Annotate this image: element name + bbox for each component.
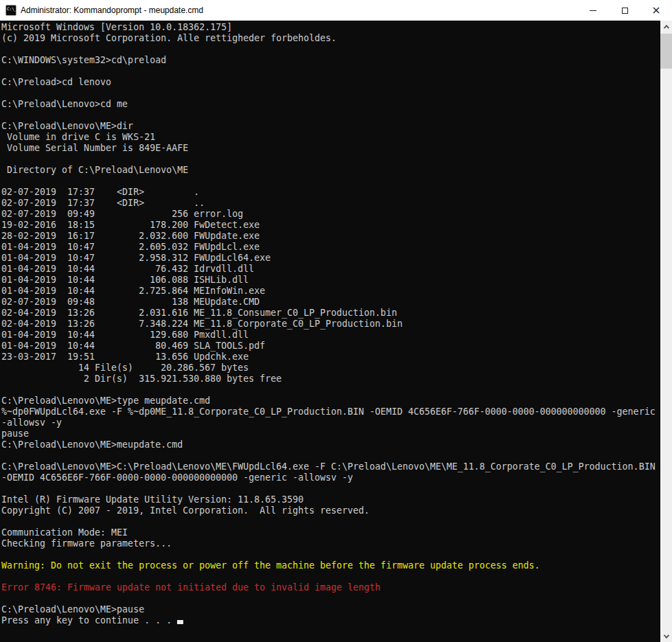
console-output[interactable]: Microsoft Windows [Version 10.0.18362.17… (0, 21, 660, 642)
terminal-line: Copyright (C) 2007 - 2019, Intel Corpora… (1, 505, 660, 516)
terminal-line: Directory of C:\Preload\Lenovo\ME (1, 165, 660, 176)
terminal-line (1, 88, 660, 99)
terminal-line: 28-02-2019 16:17 2.032.600 FWUpdate.exe (1, 231, 660, 242)
terminal-line: 02-07-2019 17:37 <DIR> .. (1, 198, 660, 209)
terminal-line: pause (1, 428, 660, 439)
window-controls: × (577, 0, 672, 21)
terminal-line: C:\Preload\Lenovo>cd me (1, 99, 660, 110)
terminal-line: 02-07-2019 09:48 138 MEUpdate.CMD (1, 297, 660, 308)
terminal-line: Checking firmware parameters... (1, 538, 660, 549)
close-button[interactable]: × (640, 0, 672, 21)
terminal-line: 02-07-2019 17:37 <DIR> . (1, 187, 660, 198)
terminal-line: 01-04-2019 10:44 106.088 ISHLib.dll (1, 275, 660, 286)
terminal-line: 01-04-2019 10:44 2.725.864 MEInfoWin.exe (1, 286, 660, 297)
scroll-down-button[interactable] (660, 630, 672, 642)
terminal-line: Intel (R) Firmware Update Utility Versio… (1, 494, 660, 505)
terminal-line: 02-04-2019 13:26 7.348.224 ME_11.8_Corpo… (1, 319, 660, 330)
terminal-line: C:\Preload\Lenovo\ME>pause (1, 604, 660, 615)
minimize-icon (590, 10, 596, 11)
terminal-line: C:\Preload\Lenovo\ME>C:\Preload\Lenovo\M… (1, 461, 660, 472)
terminal-line: Warning: Do not exit the process or powe… (1, 560, 660, 571)
terminal-line: 01-04-2019 10:47 2.958.312 FWUpdLcl64.ex… (1, 253, 660, 264)
terminal-line: C:\Preload\Lenovo\ME>dir (1, 121, 660, 132)
chevron-up-icon (663, 25, 669, 30)
terminal-line: -allowsv -y (1, 417, 660, 428)
terminal-line (1, 593, 660, 604)
terminal-line: C:\Preload\Lenovo\ME>type meupdate.cmd (1, 395, 660, 406)
maximize-icon (622, 8, 628, 14)
terminal-line: 19-02-2016 18:15 178.200 FwDetect.exe (1, 220, 660, 231)
terminal-line: -OEMID 4C656E6F-766F-0000-0000-000000000… (1, 472, 660, 483)
scroll-up-button[interactable] (660, 21, 672, 32)
terminal-line: 01-04-2019 10:44 76.432 Idrvdll.dll (1, 264, 660, 275)
terminal-line: Volume Serial Number is 849E-AAFE (1, 143, 660, 154)
terminal-line: Volume in drive C is WKS-21 (1, 132, 660, 143)
terminal-line (1, 483, 660, 494)
terminal-line (1, 154, 660, 165)
titlebar[interactable]: Administrator: Kommandoprompt - meupdate… (0, 0, 672, 21)
cmd-icon (5, 5, 16, 16)
terminal-line (1, 385, 660, 395)
text-cursor (177, 620, 183, 624)
terminal-line: 01-04-2019 10:44 80.469 SLA_TOOLS.pdf (1, 341, 660, 352)
terminal-line (1, 516, 660, 527)
terminal-line: Press any key to continue . . . (1, 615, 660, 626)
terminal-line: C:\Preload>cd lenovo (1, 77, 660, 88)
terminal-line: C:\WINDOWS\system32>cd\preload (1, 55, 660, 66)
minimize-button[interactable] (577, 0, 609, 21)
terminal-line: (c) 2019 Microsoft Corporation. Alle ret… (1, 33, 660, 44)
terminal-line: 14 File(s) 20.286.567 bytes (1, 363, 660, 374)
terminal-line: %~dp0FWUpdLcl64.exe -F %~dp0ME_11.8_Corp… (1, 406, 660, 417)
terminal-line: 02-04-2019 13:26 2.031.616 ME_11.8_Consu… (1, 308, 660, 319)
window-title: Administrator: Kommandoprompt - meupdate… (21, 5, 577, 15)
terminal-line (1, 571, 660, 582)
terminal-line: Communication Mode: MEI (1, 527, 660, 538)
scrollbar[interactable] (660, 21, 672, 642)
scrollbar-thumb[interactable] (660, 34, 672, 69)
terminal-line (1, 44, 660, 55)
terminal-line: 23-03-2017 19:51 13.656 Updchk.exe (1, 352, 660, 363)
terminal-line: 01-04-2019 10:44 129.680 Pmxdll.dll (1, 330, 660, 341)
terminal-line (1, 450, 660, 461)
terminal-line: C:\Preload\Lenovo\ME>meupdate.cmd (1, 439, 660, 450)
terminal-line: 02-07-2019 09:49 256 error.log (1, 209, 660, 220)
close-icon: × (651, 5, 660, 16)
terminal-line (1, 110, 660, 121)
terminal-line: 01-04-2019 10:47 2.605.032 FWUpdLcl.exe (1, 242, 660, 253)
terminal-line (1, 549, 660, 560)
chevron-down-icon (663, 632, 669, 638)
terminal-line (1, 66, 660, 77)
terminal-line: Error 8746: Firmware update not initiate… (1, 582, 660, 593)
terminal-line: Microsoft Windows [Version 10.0.18362.17… (1, 22, 660, 33)
cmd-window: Administrator: Kommandoprompt - meupdate… (0, 0, 672, 642)
terminal-line (1, 176, 660, 187)
terminal-line: 2 Dir(s) 315.921.530.880 bytes free (1, 374, 660, 385)
maximize-button[interactable] (609, 0, 640, 21)
